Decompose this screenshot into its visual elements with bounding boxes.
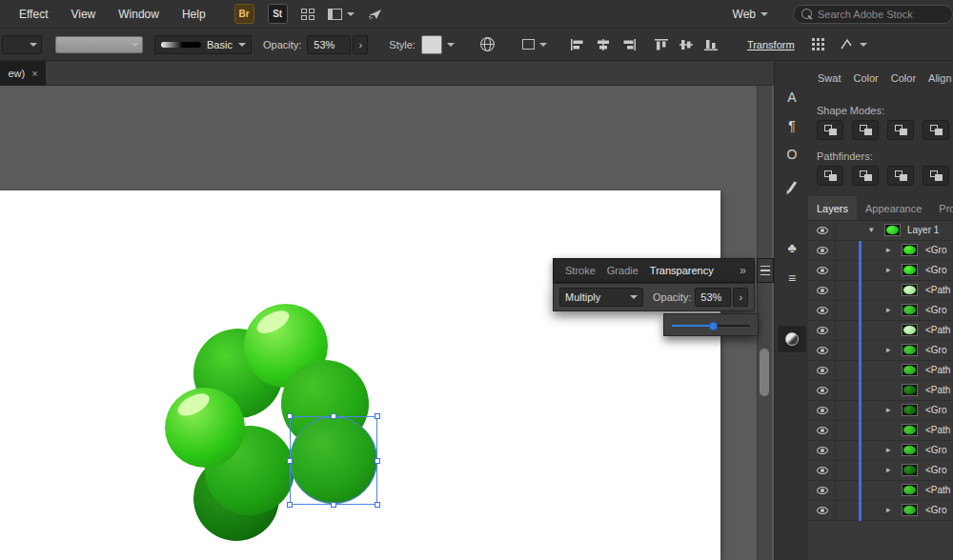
canvas-area[interactable] bbox=[0, 86, 774, 560]
workspace-switcher[interactable]: Web bbox=[733, 8, 768, 21]
layer-row[interactable]: <Path bbox=[808, 281, 953, 301]
panel-overflow-icon[interactable]: » bbox=[740, 264, 746, 277]
pathfinder-divide-button[interactable] bbox=[817, 166, 843, 186]
layer-row[interactable]: <Path bbox=[808, 421, 953, 441]
reference-point-icon[interactable] bbox=[812, 38, 824, 50]
artboards-panel-icon[interactable] bbox=[778, 204, 806, 230]
panel-opacity-expand-button[interactable]: › bbox=[733, 288, 748, 307]
disclosure-triangle-icon[interactable]: ▸ bbox=[886, 406, 891, 414]
shape-mode-unite-button[interactable] bbox=[817, 120, 843, 140]
disclosure-triangle-icon[interactable]: ▸ bbox=[886, 266, 891, 274]
visibility-eye-icon[interactable] bbox=[817, 367, 828, 374]
selection-handle[interactable] bbox=[375, 458, 380, 464]
shape-mode-exclude-button[interactable] bbox=[923, 120, 949, 140]
opacity-slider-track[interactable] bbox=[672, 325, 750, 327]
selection-handle[interactable] bbox=[375, 413, 380, 419]
layer-row[interactable]: ▸<Gro bbox=[808, 461, 953, 481]
visibility-eye-icon[interactable] bbox=[817, 287, 828, 294]
layer-row[interactable]: <Path bbox=[808, 381, 953, 401]
close-icon[interactable]: × bbox=[31, 68, 37, 79]
gradient-panel-icon[interactable] bbox=[778, 295, 806, 322]
slider-handle[interactable] bbox=[709, 322, 718, 330]
menu-view[interactable]: View bbox=[59, 8, 107, 21]
visibility-eye-icon[interactable] bbox=[817, 327, 828, 334]
layer-label[interactable]: <Path bbox=[925, 285, 950, 295]
visibility-eye-icon[interactable] bbox=[817, 447, 828, 454]
tab-color-guide[interactable]: Color bbox=[891, 72, 916, 84]
layer-label[interactable]: <Gro bbox=[925, 305, 947, 315]
visibility-eye-icon[interactable] bbox=[817, 387, 828, 394]
tab-align[interactable]: Align bbox=[928, 72, 951, 84]
paragraph-panel-icon[interactable]: ¶ bbox=[778, 112, 806, 139]
tab-layers[interactable]: Layers bbox=[808, 196, 857, 220]
layer-row[interactable]: ▸<Gro bbox=[808, 241, 953, 261]
share-icon[interactable] bbox=[368, 8, 383, 21]
layer-label[interactable]: <Gro bbox=[925, 345, 947, 355]
layer-row[interactable]: ▸<Gro bbox=[808, 401, 953, 421]
artboard-options-icon[interactable] bbox=[522, 39, 547, 50]
layer-label[interactable]: <Path bbox=[925, 385, 950, 395]
selection-handle[interactable] bbox=[287, 502, 293, 508]
align-top-icon[interactable] bbox=[654, 38, 671, 51]
more-options-icon[interactable] bbox=[840, 38, 867, 50]
visibility-eye-icon[interactable] bbox=[817, 507, 828, 514]
tab-stroke[interactable]: Stroke bbox=[565, 265, 596, 276]
disclosure-triangle-icon[interactable]: ▸ bbox=[886, 506, 891, 514]
visibility-eye-icon[interactable] bbox=[817, 227, 828, 234]
document-tab[interactable]: ew) × bbox=[0, 61, 46, 86]
selection-handle[interactable] bbox=[375, 502, 380, 508]
disclosure-triangle-icon[interactable]: ▸ bbox=[886, 346, 891, 354]
fill-swatch-dropdown[interactable] bbox=[55, 36, 143, 53]
align-middle-icon[interactable] bbox=[679, 38, 696, 51]
vertical-scrollbar[interactable] bbox=[757, 86, 772, 560]
layer-row[interactable]: <Path bbox=[808, 481, 953, 501]
tab-appearance[interactable]: Appearance bbox=[857, 196, 930, 220]
symbols-panel-icon[interactable]: ♣ bbox=[778, 234, 806, 261]
transparency-panel-icon[interactable] bbox=[778, 326, 806, 352]
menu-window[interactable]: Window bbox=[107, 8, 171, 21]
layer-label[interactable]: <Gro bbox=[925, 265, 947, 275]
layer-row[interactable]: ▸<Gro bbox=[808, 261, 953, 281]
visibility-eye-icon[interactable] bbox=[817, 427, 828, 434]
stock-search-input[interactable]: Search Adobe Stock bbox=[793, 5, 953, 24]
pathfinder-trim-button[interactable] bbox=[852, 166, 879, 186]
align-bottom-icon[interactable] bbox=[703, 38, 720, 51]
disclosure-triangle-icon[interactable]: ▾ bbox=[869, 226, 874, 234]
stock-icon[interactable]: St bbox=[268, 4, 288, 24]
pathfinder-merge-button[interactable] bbox=[887, 166, 914, 186]
selection-handle[interactable] bbox=[287, 413, 293, 419]
layer-row[interactable]: ▸<Gro bbox=[808, 441, 953, 461]
panel-menu-button[interactable] bbox=[757, 258, 774, 283]
menu-effect[interactable]: Effect bbox=[8, 8, 59, 21]
tab-gradient[interactable]: Gradie bbox=[607, 265, 639, 276]
appearance-panel-icon[interactable]: ≡ bbox=[778, 265, 806, 291]
shape-mode-intersect-button[interactable] bbox=[887, 120, 914, 140]
tab-properties[interactable]: Prop bbox=[930, 196, 953, 220]
layer-label[interactable]: <Path bbox=[925, 325, 950, 335]
layer-row[interactable]: ▸<Gro bbox=[808, 501, 953, 521]
shape-mode-minus-front-button[interactable] bbox=[852, 120, 879, 140]
opacity-expand-button[interactable]: › bbox=[353, 35, 368, 54]
menu-help[interactable]: Help bbox=[171, 8, 217, 21]
align-center-icon[interactable] bbox=[595, 38, 612, 51]
align-right-icon[interactable] bbox=[619, 38, 637, 51]
blend-mode-dropdown[interactable]: Multiply bbox=[559, 288, 643, 307]
transform-link[interactable]: Transform bbox=[747, 39, 795, 50]
layer-root-row[interactable]: ▾Layer 1 bbox=[808, 221, 953, 241]
layer-row[interactable]: <Path bbox=[808, 321, 953, 341]
visibility-eye-icon[interactable] bbox=[817, 407, 828, 414]
visibility-eye-icon[interactable] bbox=[817, 307, 828, 314]
layer-row[interactable]: <Path bbox=[808, 361, 953, 381]
transparency-panel-header[interactable]: Stroke Gradie Transparency » bbox=[553, 258, 755, 283]
visibility-eye-icon[interactable] bbox=[817, 267, 828, 274]
character-panel-icon[interactable]: A bbox=[778, 84, 806, 110]
layer-row[interactable]: ▸<Gro bbox=[808, 341, 953, 361]
tab-swatches[interactable]: Swat bbox=[818, 72, 841, 84]
visibility-eye-icon[interactable] bbox=[817, 247, 828, 254]
selection-bounding-box[interactable] bbox=[290, 416, 377, 505]
layer-label[interactable]: <Gro bbox=[925, 505, 947, 515]
pathfinder-crop-button[interactable] bbox=[923, 166, 949, 186]
disclosure-triangle-icon[interactable]: ▸ bbox=[886, 246, 891, 254]
disclosure-triangle-icon[interactable]: ▸ bbox=[886, 306, 891, 314]
layer-label[interactable]: <Gro bbox=[925, 405, 947, 415]
